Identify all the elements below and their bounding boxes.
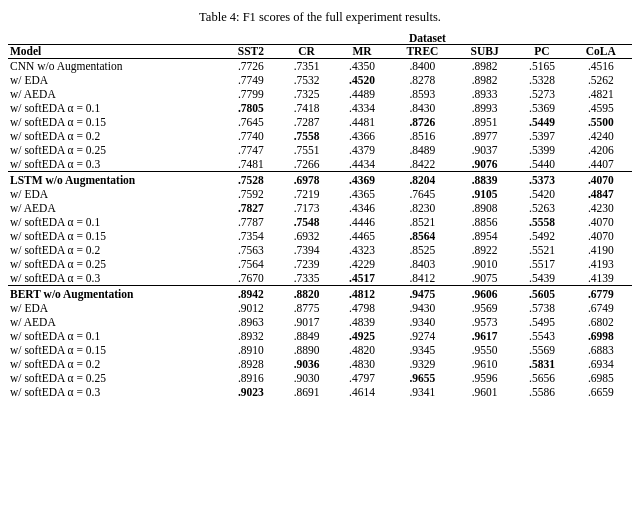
subj-cell: .8951: [455, 115, 514, 129]
cola-cell: .4206: [570, 143, 632, 157]
pc-cell: .5399: [514, 143, 569, 157]
cr-cell: .7394: [279, 243, 334, 257]
mr-cell: .4365: [334, 187, 389, 201]
model-cell: w/ EDA: [8, 73, 223, 87]
cr-cell: .9036: [279, 357, 334, 371]
cola-cell: .6998: [570, 329, 632, 343]
sst2-cell: .7528: [223, 172, 279, 188]
table-row: w/ softEDA α = 0.25.8916.9030.4797.9655.…: [8, 371, 632, 385]
mr-cell: .4925: [334, 329, 389, 343]
mr-cell: .4369: [334, 172, 389, 188]
subj-cell: .9105: [455, 187, 514, 201]
table-row: w/ softEDA α = 0.25.7564.7239.4229.8403.…: [8, 257, 632, 271]
subj-header: SUBJ: [455, 45, 514, 59]
subj-cell: .9606: [455, 286, 514, 302]
pc-cell: .5558: [514, 215, 569, 229]
table-row: w/ softEDA α = 0.3.7670.7335.4517.8412.9…: [8, 271, 632, 286]
trec-cell: .9329: [390, 357, 455, 371]
model-cell: BERT w/o Augmentation: [8, 286, 223, 302]
mr-cell: .4446: [334, 215, 389, 229]
mr-cell: .4489: [334, 87, 389, 101]
cola-cell: .4070: [570, 172, 632, 188]
pc-cell: .5440: [514, 157, 569, 172]
cola-cell: .5262: [570, 73, 632, 87]
pc-cell: .5328: [514, 73, 569, 87]
trec-cell: .8525: [390, 243, 455, 257]
cola-cell: .6779: [570, 286, 632, 302]
sst2-cell: .9012: [223, 301, 279, 315]
model-cell: w/ AEDA: [8, 315, 223, 329]
sst2-cell: .7564: [223, 257, 279, 271]
cr-cell: .7335: [279, 271, 334, 286]
sst2-cell: .7592: [223, 187, 279, 201]
model-col-header: [8, 31, 223, 45]
cr-cell: .9017: [279, 315, 334, 329]
model-cell: w/ softEDA α = 0.15: [8, 343, 223, 357]
cola-cell: .4139: [570, 271, 632, 286]
table-row: w/ softEDA α = 0.15.7645.7287.4481.8726.…: [8, 115, 632, 129]
cr-cell: .8849: [279, 329, 334, 343]
subj-cell: .9037: [455, 143, 514, 157]
subj-cell: .8993: [455, 101, 514, 115]
table-row: w/ softEDA α = 0.25.7747.7551.4379.8489.…: [8, 143, 632, 157]
subj-cell: .9596: [455, 371, 514, 385]
mr-cell: .4798: [334, 301, 389, 315]
model-cell: w/ softEDA α = 0.15: [8, 229, 223, 243]
trec-cell: .9475: [390, 286, 455, 302]
cr-header: CR: [279, 45, 334, 59]
table-row: LSTM w/o Augmentation.7528.6978.4369.820…: [8, 172, 632, 188]
mr-cell: .4839: [334, 315, 389, 329]
cola-cell: .4595: [570, 101, 632, 115]
model-cell: w/ softEDA α = 0.25: [8, 257, 223, 271]
cr-cell: .7351: [279, 59, 334, 74]
mr-cell: .4614: [334, 385, 389, 399]
table-row: BERT w/o Augmentation.8942.8820.4812.947…: [8, 286, 632, 302]
sst2-cell: .8932: [223, 329, 279, 343]
sst2-cell: .7740: [223, 129, 279, 143]
subj-cell: .8933: [455, 87, 514, 101]
cola-cell: .4230: [570, 201, 632, 215]
cola-cell: .4193: [570, 257, 632, 271]
model-cell: w/ softEDA α = 0.25: [8, 371, 223, 385]
table-row: w/ softEDA α = 0.1.7805.7418.4334.8430.8…: [8, 101, 632, 115]
model-cell: w/ softEDA α = 0.1: [8, 215, 223, 229]
model-cell: w/ AEDA: [8, 201, 223, 215]
cr-cell: .6932: [279, 229, 334, 243]
subj-cell: .8977: [455, 129, 514, 143]
mr-cell: .4350: [334, 59, 389, 74]
table-row: w/ softEDA α = 0.2.7563.7394.4323.8525.8…: [8, 243, 632, 257]
table-title: Table 4: F1 scores of the full experimen…: [8, 10, 632, 25]
pc-cell: .5449: [514, 115, 569, 129]
trec-cell: .8489: [390, 143, 455, 157]
mr-cell: .4323: [334, 243, 389, 257]
cr-cell: .7325: [279, 87, 334, 101]
table-row: w/ AEDA.8963.9017.4839.9340.9573.5495.68…: [8, 315, 632, 329]
table-row: w/ softEDA α = 0.3.7481.7266.4434.8422.9…: [8, 157, 632, 172]
table-row: w/ EDA.7749.7532.4520.8278.8982.5328.526…: [8, 73, 632, 87]
cr-cell: .7558: [279, 129, 334, 143]
model-cell: w/ softEDA α = 0.3: [8, 385, 223, 399]
sst2-cell: .7670: [223, 271, 279, 286]
pc-cell: .5517: [514, 257, 569, 271]
trec-cell: .8403: [390, 257, 455, 271]
model-cell: w/ softEDA α = 0.25: [8, 143, 223, 157]
cola-cell: .6749: [570, 301, 632, 315]
trec-header: TREC: [390, 45, 455, 59]
model-cell: CNN w/o Augmentation: [8, 59, 223, 74]
cr-cell: .7287: [279, 115, 334, 129]
cola-cell: .6802: [570, 315, 632, 329]
sst2-cell: .7645: [223, 115, 279, 129]
sst2-cell: .7726: [223, 59, 279, 74]
trec-cell: .8412: [390, 271, 455, 286]
sst2-cell: .7805: [223, 101, 279, 115]
pc-cell: .5656: [514, 371, 569, 385]
subj-cell: .9617: [455, 329, 514, 343]
subj-cell: .9550: [455, 343, 514, 357]
trec-cell: .9274: [390, 329, 455, 343]
sst2-cell: .7787: [223, 215, 279, 229]
cr-cell: .8775: [279, 301, 334, 315]
pc-cell: .5586: [514, 385, 569, 399]
cola-cell: .4070: [570, 215, 632, 229]
cr-cell: .7266: [279, 157, 334, 172]
mr-cell: .4346: [334, 201, 389, 215]
